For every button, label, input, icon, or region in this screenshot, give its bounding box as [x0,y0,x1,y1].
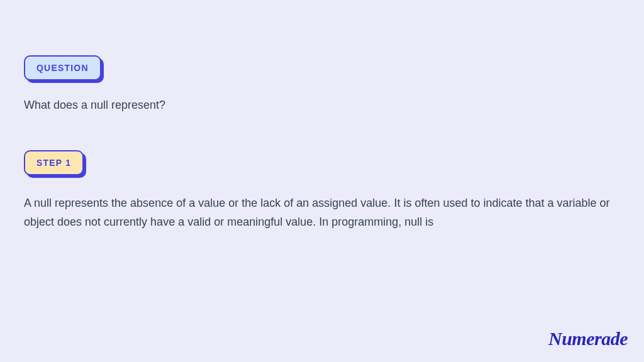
question-badge-wrapper: QUESTION [24,55,101,80]
step-badge-wrapper: STEP 1 [24,150,84,175]
step-text: A null represents the absence of a value… [24,194,620,231]
question-text: What does a null represent? [24,97,620,114]
brand-logo: Numerade [548,328,628,349]
question-badge: QUESTION [24,55,101,80]
step-badge: STEP 1 [24,150,84,175]
content-container: QUESTION What does a null represent? STE… [0,0,644,231]
